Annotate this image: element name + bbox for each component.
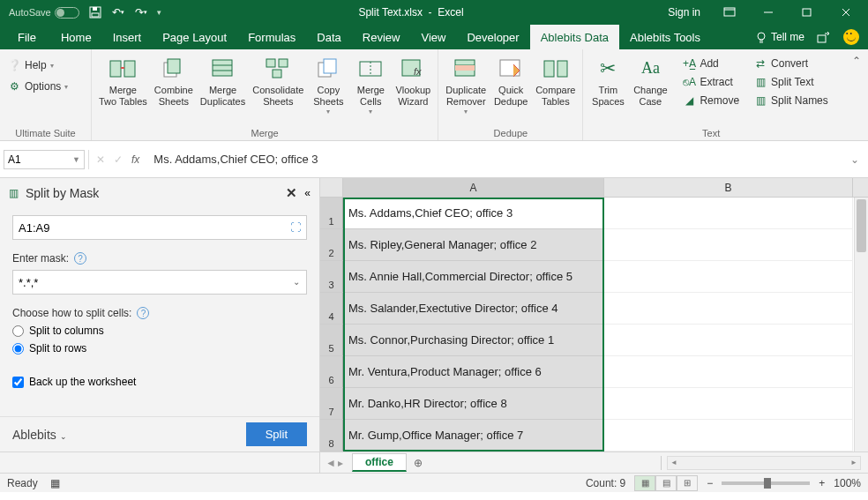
table-row[interactable]: 8Mr. Gump,Office Manager; office 7 bbox=[320, 420, 868, 451]
consolidate-sheets-button[interactable]: Consolidate Sheets bbox=[249, 53, 307, 109]
merge-cells-button[interactable]: Merge Cells ▾ bbox=[349, 53, 392, 118]
tell-me[interactable]: Tell me bbox=[755, 31, 804, 43]
page-break-view-button[interactable]: ⊞ bbox=[677, 475, 698, 491]
row-header[interactable]: 3 bbox=[320, 261, 343, 293]
normal-view-button[interactable]: ▦ bbox=[634, 475, 655, 491]
help-button[interactable]: ❔ Help ▾ bbox=[4, 56, 57, 74]
trim-spaces-button[interactable]: ✂Trim Spaces bbox=[587, 53, 629, 109]
undo-icon[interactable]: ↶ ▾ bbox=[111, 5, 125, 19]
cell[interactable] bbox=[604, 325, 853, 356]
share-icon[interactable] bbox=[817, 31, 831, 43]
cell[interactable]: Ms. Addams,Chief CEO; office 3 bbox=[343, 198, 604, 229]
enter-formula-icon[interactable]: ✓ bbox=[114, 153, 123, 166]
autosave-toggle[interactable]: AutoSave bbox=[9, 7, 79, 19]
zoom-level[interactable]: 100% bbox=[834, 477, 861, 489]
maximize-button[interactable] bbox=[790, 0, 824, 25]
table-row[interactable]: 2Ms. Ripley,General Manager; office 2 bbox=[320, 229, 868, 261]
combine-sheets-button[interactable]: Combine Sheets bbox=[151, 53, 197, 109]
merge-duplicates-button[interactable]: Merge Duplicates bbox=[197, 53, 249, 109]
split-text-button[interactable]: ▥Split Text bbox=[750, 73, 832, 91]
tab-formulas[interactable]: Formulas bbox=[237, 25, 306, 49]
row-header[interactable]: 7 bbox=[320, 388, 343, 420]
ablebits-brand[interactable]: Ablebits ⌄ bbox=[12, 428, 67, 442]
zoom-out-button[interactable]: − bbox=[707, 477, 713, 489]
help-icon[interactable]: ? bbox=[74, 252, 86, 265]
collapse-ribbon-icon[interactable]: ⌃ bbox=[852, 55, 861, 67]
copy-sheets-button[interactable]: Copy Sheets ▾ bbox=[307, 53, 349, 118]
options-button[interactable]: ⚙ Options ▾ bbox=[4, 78, 71, 95]
tab-insert[interactable]: Insert bbox=[102, 25, 153, 49]
cancel-formula-icon[interactable]: ✕ bbox=[96, 153, 105, 166]
row-header[interactable]: 5 bbox=[320, 325, 343, 356]
redo-icon[interactable]: ↷ ▾ bbox=[134, 5, 148, 19]
cell[interactable] bbox=[604, 420, 853, 451]
cell[interactable]: Mr. Gump,Office Manager; office 7 bbox=[343, 420, 604, 451]
cell[interactable] bbox=[604, 356, 853, 388]
mask-input[interactable] bbox=[12, 270, 307, 295]
zoom-slider[interactable] bbox=[722, 481, 810, 485]
fx-icon[interactable]: fx bbox=[131, 153, 139, 166]
table-row[interactable]: 1Ms. Addams,Chief CEO; office 3 bbox=[320, 198, 868, 229]
range-input[interactable] bbox=[19, 221, 285, 235]
sheet-tab-office[interactable]: office bbox=[352, 453, 407, 472]
tab-view[interactable]: View bbox=[410, 25, 456, 49]
split-to-columns-radio[interactable]: Split to columns bbox=[12, 325, 307, 337]
sign-in-button[interactable]: Sign in bbox=[661, 6, 707, 19]
tab-ablebits-data[interactable]: Ablebits Data bbox=[530, 25, 619, 49]
vertical-scrollbar[interactable] bbox=[854, 198, 868, 451]
change-case-button[interactable]: AaChange Case bbox=[629, 53, 671, 109]
cell[interactable]: Ms. Ripley,General Manager; office 2 bbox=[343, 229, 604, 261]
cell[interactable] bbox=[604, 293, 853, 325]
add-sheet-button[interactable]: ⊕ bbox=[407, 457, 430, 469]
column-header-b[interactable]: B bbox=[604, 178, 853, 197]
pane-close-icon[interactable]: ✕ bbox=[286, 185, 297, 201]
cell[interactable] bbox=[604, 198, 853, 229]
formula-input[interactable]: Ms. Addams,Chief CEO; office 3 bbox=[146, 153, 842, 166]
select-all-triangle[interactable] bbox=[320, 178, 343, 197]
convert-button[interactable]: ⇄Convert bbox=[750, 55, 832, 72]
horizontal-scrollbar[interactable] bbox=[667, 456, 861, 470]
tab-file[interactable]: File bbox=[4, 25, 50, 49]
backup-checkbox[interactable]: Back up the worksheet bbox=[12, 376, 307, 388]
tab-data[interactable]: Data bbox=[306, 25, 351, 49]
tab-page-layout[interactable]: Page Layout bbox=[152, 25, 237, 49]
zoom-in-button[interactable]: + bbox=[819, 477, 825, 489]
minimize-button[interactable] bbox=[752, 0, 785, 25]
macro-record-icon[interactable]: ▦ bbox=[50, 477, 60, 489]
compare-tables-button[interactable]: Compare Tables bbox=[532, 53, 579, 109]
row-header[interactable]: 1 bbox=[320, 198, 343, 229]
tab-home[interactable]: Home bbox=[50, 25, 102, 49]
cell[interactable]: Ms. Annie Hall,Commercial Director; offi… bbox=[343, 261, 604, 293]
cell[interactable]: Ms. Connor,Purchasing Director; office 1 bbox=[343, 325, 604, 356]
column-header-a[interactable]: A bbox=[343, 178, 604, 197]
tab-developer[interactable]: Developer bbox=[456, 25, 529, 49]
row-header[interactable]: 8 bbox=[320, 420, 343, 451]
remove-button[interactable]: ◢Remove bbox=[678, 92, 743, 109]
help-icon[interactable]: ? bbox=[137, 307, 149, 319]
cell[interactable]: Mr. Ventura,Product Manager; office 6 bbox=[343, 356, 604, 388]
cell[interactable]: Mr. Danko,HR Director; office 8 bbox=[343, 388, 604, 420]
extract-button[interactable]: ⎋AExtract bbox=[678, 73, 743, 91]
cell[interactable] bbox=[604, 388, 853, 420]
cell[interactable] bbox=[604, 229, 853, 261]
ribbon-display-icon[interactable] bbox=[713, 0, 746, 25]
table-row[interactable]: 4Ms. Salander,Exectutive Director; offic… bbox=[320, 293, 868, 325]
expand-formula-bar[interactable]: ⌄ bbox=[842, 153, 868, 166]
table-row[interactable]: 5Ms. Connor,Purchasing Director; office … bbox=[320, 325, 868, 356]
table-row[interactable]: 6Mr. Ventura,Product Manager; office 6 bbox=[320, 356, 868, 388]
save-icon[interactable] bbox=[88, 5, 102, 19]
feedback-smiley-icon[interactable] bbox=[843, 29, 859, 45]
name-box[interactable]: A1▼ bbox=[4, 150, 85, 169]
split-button[interactable]: Split bbox=[246, 422, 307, 446]
duplicate-remover-button[interactable]: Duplicate Remover ▾ bbox=[442, 53, 490, 118]
quick-dedupe-button[interactable]: Quick Dedupe bbox=[490, 53, 532, 109]
worksheet-grid[interactable]: A B 1Ms. Addams,Chief CEO; office 32Ms. … bbox=[320, 178, 868, 451]
split-to-rows-radio[interactable]: Split to rows bbox=[12, 342, 307, 354]
page-layout-view-button[interactable]: ▤ bbox=[655, 475, 677, 491]
tab-review[interactable]: Review bbox=[352, 25, 411, 49]
range-selector[interactable]: ⛶ bbox=[12, 215, 307, 240]
sheet-nav-prev[interactable]: ▸ bbox=[338, 457, 343, 469]
cell[interactable] bbox=[604, 261, 853, 293]
table-row[interactable]: 3Ms. Annie Hall,Commercial Director; off… bbox=[320, 261, 868, 293]
row-header[interactable]: 6 bbox=[320, 356, 343, 388]
